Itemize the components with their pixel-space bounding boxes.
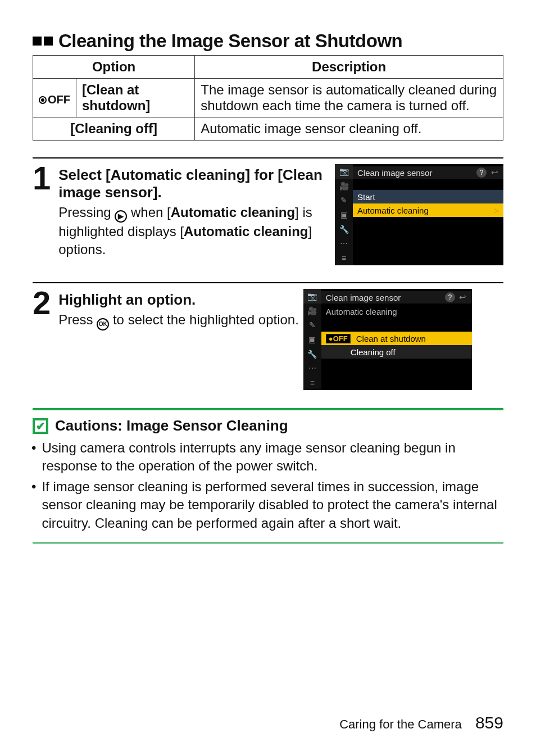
help-icon: ? [445,292,455,302]
tab-icon: 📷 [335,164,353,179]
tab-icon: ✎ [303,318,321,332]
tab-icon: ▣ [303,332,321,347]
footer-page-number: 859 [475,713,503,732]
option-label: [Cleaning off] [33,117,195,141]
th-description: Description [195,56,503,79]
tab-icon: ⋯ [335,237,353,251]
option-label: [Clean at shutdown] [76,79,195,117]
menu-row-start: Start [353,190,503,203]
step-number: 1 [33,164,51,192]
step-number: 2 [33,289,51,316]
heading-squares-icon [33,37,53,46]
tab-icon: 📷 [303,289,321,304]
step-text: Press OK to select the highlighted optio… [58,311,299,331]
table-row: OFF [Clean at shutdown] The image sensor… [33,79,503,117]
back-icon: ↩ [489,168,500,178]
th-option: Option [33,56,195,79]
tab-icon: 🎥 [335,179,353,193]
menu-row-highlighted: ●OFF Clean at shutdown [321,332,472,345]
table-row: [Cleaning off] Automatic image sensor cl… [33,117,503,141]
tab-icon: 🔧 [335,222,353,237]
multi-selector-right-icon: ▶ [115,210,127,223]
tab-icon: 🔧 [303,347,321,361]
caution-check-icon [33,418,48,434]
option-description: The image sensor is automatically cleane… [195,79,503,117]
tab-icon: ≡ [303,375,321,390]
menu-screenshot-2: 📷 🎥 ✎ ▣ 🔧 ⋯ ≡ Clean image sensor ? ↩ Aut… [303,289,472,390]
back-icon: ↩ [457,292,469,302]
step-title: Highlight an option. [58,291,299,309]
page-heading: Cleaning the Image Sensor at Shutdown [58,30,402,52]
tab-icon: 🎥 [303,304,321,318]
bullet-text: If image sensor cleaning is performed se… [42,478,503,532]
step-text: Pressing ▶ when [Automatic cleaning] is … [58,203,330,259]
menu-screenshot-1: 📷 🎥 ✎ ▣ 🔧 ⋯ ≡ Clean image sensor ? ↩ Sta… [335,164,503,265]
option-description: Automatic image sensor cleaning off. [195,117,503,141]
help-icon: ? [476,168,487,178]
page-footer: Caring for the Camera 859 [339,713,503,732]
menu-row-highlighted: Automatic cleaning ●OFF > [353,203,503,217]
bullet-text: Using camera controls interrupts any ima… [42,439,503,476]
step-title: Select [Automatic cleaning] for [Clean i… [58,166,330,201]
options-table: Option Description OFF [Clean at shutdow… [33,55,503,141]
sensor-off-icon: OFF [39,93,70,106]
screenshot-subtitle: Automatic cleaning [321,305,472,318]
menu-row: Cleaning off [321,345,472,359]
tab-icon: ✎ [335,193,353,207]
tab-icon: ⋯ [303,361,321,376]
caution-title: Cautions: Image Sensor Cleaning [55,417,288,434]
ok-button-icon: OK [97,318,109,331]
tab-icon: ▣ [335,207,353,222]
tab-icon: ≡ [335,251,353,265]
footer-section: Caring for the Camera [339,717,462,731]
caution-bullets: Using camera controls interrupts any ima… [33,439,503,532]
